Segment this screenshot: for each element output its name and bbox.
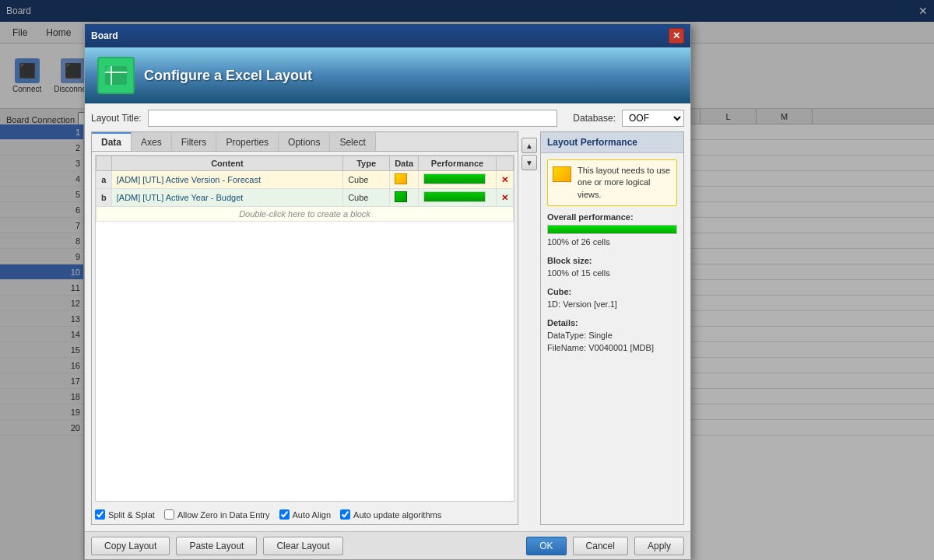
- row-b-perf: [419, 189, 497, 207]
- cube-value: 1D: Version [ver.1]: [547, 299, 677, 309]
- layout-title-row: Layout Title: Database: OOF: [91, 110, 684, 127]
- row-b-perf-bar: [424, 192, 485, 201]
- data-table-container: Content Type Data Performance a: [95, 155, 514, 502]
- nav-up-btn[interactable]: ▲: [521, 138, 537, 153]
- row-a-close[interactable]: ✕: [497, 171, 514, 189]
- block-size-value: 100% of 15 cells: [547, 268, 677, 278]
- col-header-actions: [497, 156, 514, 171]
- row-b-perf-bar-container: [423, 191, 486, 202]
- create-block-row[interactable]: Double-click here to create a block: [97, 207, 514, 222]
- row-b-content[interactable]: [ADM] [UTL] Active Year - Budget: [111, 189, 342, 207]
- dialog-title-bar: Board ✕: [85, 24, 690, 47]
- col-header-data: Data: [390, 156, 419, 171]
- row-a-content-link[interactable]: [ADM] [UTL] Active Version - Forecast: [117, 175, 261, 184]
- details-datatype: DataType: Single: [547, 331, 677, 340]
- overall-perf-bar-fill: [548, 226, 676, 233]
- auto-align-checkbox[interactable]: [279, 509, 290, 520]
- layout-title-input[interactable]: [148, 110, 558, 127]
- checkboxes-row: Split & Splat Allow Zero in Data Entry A…: [92, 505, 518, 524]
- configure-layout-dialog: Board ✕ Configure a Excel Layout Layout …: [84, 23, 691, 560]
- clear-layout-btn[interactable]: Clear Layout: [263, 537, 342, 555]
- block-size-label: Block size:: [547, 256, 677, 265]
- row-b-data: [390, 189, 419, 207]
- tab-options[interactable]: Options: [279, 132, 330, 151]
- row-a-perf-bar-container: [423, 173, 486, 184]
- cube-label: Cube:: [547, 287, 677, 296]
- col-header-content: Content: [111, 156, 342, 171]
- allow-zero-label: Allow Zero in Data Entry: [177, 510, 270, 520]
- tab-bar: Data Axes Filters Properties Options Sel…: [92, 132, 518, 152]
- perf-body: This layout needs to use one or more log…: [541, 153, 683, 524]
- left-panel: Data Axes Filters Properties Options Sel…: [91, 131, 518, 525]
- cube-section: Cube: 1D: Version [ver.1]: [547, 284, 677, 309]
- main-content-wrapper: Data Axes Filters Properties Options Sel…: [91, 131, 684, 525]
- dialog-logo-icon: [97, 57, 135, 94]
- row-b-data-icon: [395, 191, 407, 202]
- details-label: Details:: [547, 318, 677, 327]
- checkbox-auto-update[interactable]: Auto update algorithms: [340, 509, 441, 520]
- table-row: a [ADM] [UTL] Active Version - Forecast …: [97, 171, 514, 189]
- dialog-header: Configure a Excel Layout: [85, 47, 690, 103]
- row-b-type: Cube: [343, 189, 390, 207]
- side-nav: ▲ ▼: [521, 131, 537, 525]
- row-a-perf: [419, 171, 497, 189]
- details-section: Details: DataType: Single FileName: V004…: [547, 315, 677, 352]
- col-header-id: [97, 156, 112, 171]
- row-a-data: [390, 171, 419, 189]
- paste-layout-btn[interactable]: Paste Layout: [176, 537, 257, 555]
- checkbox-auto-align[interactable]: Auto Align: [279, 509, 332, 520]
- row-b-close[interactable]: ✕: [497, 189, 514, 207]
- row-label-b: b: [97, 189, 112, 207]
- split-splat-label: Split & Splat: [108, 510, 155, 520]
- ok-btn[interactable]: OK: [526, 537, 566, 555]
- allow-zero-checkbox[interactable]: [164, 509, 174, 520]
- tab-filters[interactable]: Filters: [172, 132, 217, 151]
- dialog-footer: Copy Layout Paste Layout Clear Layout OK…: [85, 531, 690, 559]
- checkbox-split-splat[interactable]: Split & Splat: [95, 509, 155, 520]
- tab-select[interactable]: Select: [330, 132, 375, 151]
- block-size-section: Block size: 100% of 15 cells: [547, 253, 677, 278]
- nav-down-btn[interactable]: ▼: [521, 155, 537, 170]
- create-block-cell[interactable]: Double-click here to create a block: [97, 207, 514, 222]
- col-header-type: Type: [343, 156, 390, 171]
- data-table: Content Type Data Performance a: [96, 156, 514, 222]
- row-a-content[interactable]: [ADM] [UTL] Active Version - Forecast: [111, 171, 342, 189]
- auto-align-label: Auto Align: [293, 510, 332, 520]
- col-header-performance: Performance: [419, 156, 497, 171]
- overall-perf-section: Overall performance: 100% of 26 cells: [547, 212, 677, 247]
- auto-update-checkbox[interactable]: [340, 509, 350, 520]
- database-select[interactable]: OOF: [622, 110, 684, 127]
- row-label-a: a: [97, 171, 112, 189]
- auto-update-label: Auto update algorithms: [353, 510, 441, 520]
- perf-notice: This layout needs to use one or more log…: [547, 159, 677, 206]
- apply-btn[interactable]: Apply: [634, 537, 684, 555]
- row-b-content-link[interactable]: [ADM] [UTL] Active Year - Budget: [117, 193, 244, 202]
- dialog-header-title: Configure a Excel Layout: [144, 68, 312, 84]
- overall-perf-label: Overall performance:: [547, 212, 677, 222]
- perf-header: Layout Performance: [541, 132, 683, 153]
- split-splat-checkbox[interactable]: [95, 509, 105, 520]
- row-a-type: Cube: [343, 171, 390, 189]
- row-b-close-icon[interactable]: ✕: [501, 193, 508, 202]
- tab-data[interactable]: Data: [92, 132, 132, 151]
- copy-layout-btn[interactable]: Copy Layout: [91, 537, 170, 555]
- checkbox-allow-zero[interactable]: Allow Zero in Data Entry: [164, 509, 270, 520]
- tab-properties[interactable]: Properties: [216, 132, 279, 151]
- tab-axes[interactable]: Axes: [132, 132, 172, 151]
- dialog-title: Board: [91, 30, 118, 41]
- perf-notice-text: This layout needs to use one or more log…: [578, 165, 672, 201]
- perf-flag-icon: [553, 166, 571, 182]
- database-label: Database:: [573, 113, 616, 124]
- right-panel: Layout Performance This layout needs to …: [540, 131, 684, 525]
- layout-title-label: Layout Title:: [91, 113, 142, 124]
- cancel-btn[interactable]: Cancel: [573, 537, 628, 555]
- svg-rect-3: [106, 67, 111, 72]
- row-a-close-icon[interactable]: ✕: [501, 175, 508, 184]
- row-a-data-icon: [395, 173, 407, 184]
- dialog-close-btn[interactable]: ✕: [669, 28, 684, 44]
- overall-perf-value: 100% of 26 cells: [547, 237, 677, 247]
- details-filename: FileName: V0040001 [MDB]: [547, 343, 677, 352]
- table-row: b [ADM] [UTL] Active Year - Budget Cube: [97, 189, 514, 207]
- row-a-perf-bar: [424, 174, 485, 184]
- overall-perf-bar-outer: [547, 225, 677, 234]
